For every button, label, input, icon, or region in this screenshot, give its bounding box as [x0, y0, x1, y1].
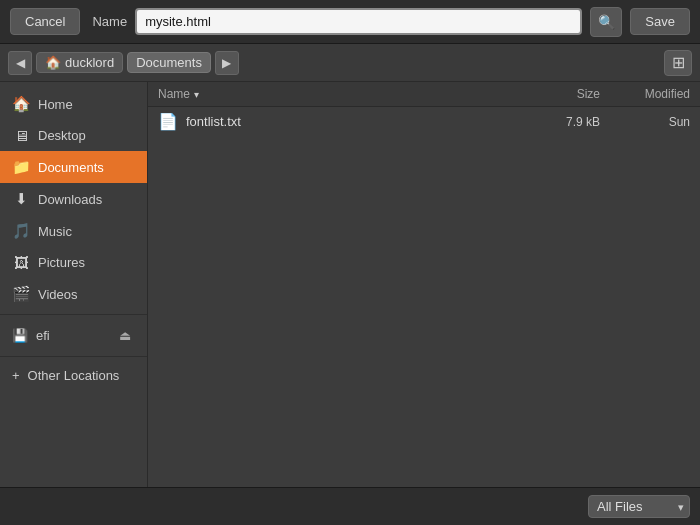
desktop-icon: 🖥 — [12, 127, 30, 144]
sidebar-item-music-label: Music — [38, 224, 72, 239]
sidebar-item-pictures-label: Pictures — [38, 255, 85, 270]
file-name-cell: 📄 fontlist.txt — [158, 112, 510, 131]
file-save-dialog: Cancel Name 🔍 Save ◀ 🏠 ducklord Document… — [0, 0, 700, 525]
eject-button[interactable]: ⏏ — [115, 326, 135, 345]
sort-arrow: ▾ — [194, 89, 199, 100]
home-icon: 🏠 — [12, 95, 30, 113]
videos-icon: 🎬 — [12, 285, 30, 303]
eject-icon: ⏏ — [119, 328, 131, 343]
sidebar-divider — [0, 314, 147, 315]
back-icon: ◀ — [16, 56, 25, 70]
column-size[interactable]: Size — [510, 87, 600, 101]
sidebar-item-efi-label: efi — [36, 328, 50, 343]
file-icon: 📄 — [158, 112, 178, 131]
music-icon: 🎵 — [12, 222, 30, 240]
sidebar-item-videos-label: Videos — [38, 287, 78, 302]
table-row[interactable]: 📄 fontlist.txt 7.9 kB Sun — [148, 107, 700, 136]
drive-icon: 💾 — [12, 328, 28, 343]
sidebar-item-desktop[interactable]: 🖥 Desktop — [0, 120, 147, 151]
main-area: 🏠 Home 🖥 Desktop 📁 Documents ⬇ Downloads… — [0, 82, 700, 487]
file-list: 📄 fontlist.txt 7.9 kB Sun — [148, 107, 700, 487]
filename-input[interactable] — [135, 8, 582, 35]
sidebar-item-music[interactable]: 🎵 Music — [0, 215, 147, 247]
search-icon: 🔍 — [598, 14, 615, 30]
sidebar-item-downloads[interactable]: ⬇ Downloads — [0, 183, 147, 215]
documents-icon: 📁 — [12, 158, 30, 176]
forward-icon: ▶ — [222, 56, 231, 70]
save-button[interactable]: Save — [630, 8, 690, 35]
back-button[interactable]: ◀ — [8, 51, 32, 75]
file-modified: Sun — [600, 115, 690, 129]
filter-wrapper: All Files Text Files HTML Files Image Fi… — [588, 495, 690, 518]
sidebar-divider-2 — [0, 356, 147, 357]
home-icon: 🏠 — [45, 55, 61, 70]
sidebar: 🏠 Home 🖥 Desktop 📁 Documents ⬇ Downloads… — [0, 82, 148, 487]
sidebar-item-desktop-label: Desktop — [38, 128, 86, 143]
toolbar: ◀ 🏠 ducklord Documents ▶ ⊞ — [0, 44, 700, 82]
filter-select[interactable]: All Files Text Files HTML Files Image Fi… — [588, 495, 690, 518]
file-size: 7.9 kB — [510, 115, 600, 129]
forward-button[interactable]: ▶ — [215, 51, 239, 75]
breadcrumb-home-label: ducklord — [65, 55, 114, 70]
efi-left: 💾 efi — [12, 328, 115, 343]
sidebar-item-home[interactable]: 🏠 Home — [0, 88, 147, 120]
sidebar-item-documents-label: Documents — [38, 160, 104, 175]
file-pane: Name ▾ Size Modified 📄 fontlist.txt 7.9 … — [148, 82, 700, 487]
sidebar-item-other-locations[interactable]: + Other Locations — [0, 361, 147, 390]
breadcrumb-documents[interactable]: Documents — [127, 52, 211, 73]
file-table-header: Name ▾ Size Modified — [148, 82, 700, 107]
other-locations-icon: + — [12, 368, 20, 383]
file-name: fontlist.txt — [186, 114, 241, 129]
name-label: Name — [92, 14, 127, 29]
sidebar-item-home-label: Home — [38, 97, 73, 112]
new-folder-button[interactable]: ⊞ — [664, 50, 692, 76]
sidebar-item-videos[interactable]: 🎬 Videos — [0, 278, 147, 310]
pictures-icon: 🖼 — [12, 254, 30, 271]
breadcrumb-home[interactable]: 🏠 ducklord — [36, 52, 123, 73]
sidebar-item-efi[interactable]: 💾 efi ⏏ — [0, 319, 147, 352]
sidebar-item-documents[interactable]: 📁 Documents — [0, 151, 147, 183]
sidebar-item-downloads-label: Downloads — [38, 192, 102, 207]
header-bar: Cancel Name 🔍 Save — [0, 0, 700, 44]
downloads-icon: ⬇ — [12, 190, 30, 208]
column-modified: Modified — [600, 87, 690, 101]
column-name[interactable]: Name ▾ — [158, 87, 510, 101]
sidebar-other-label: Other Locations — [28, 368, 120, 383]
sidebar-item-pictures[interactable]: 🖼 Pictures — [0, 247, 147, 278]
cancel-button[interactable]: Cancel — [10, 8, 80, 35]
footer: All Files Text Files HTML Files Image Fi… — [0, 487, 700, 525]
new-folder-icon: ⊞ — [672, 53, 685, 72]
breadcrumb-documents-label: Documents — [136, 55, 202, 70]
search-button[interactable]: 🔍 — [590, 7, 622, 37]
